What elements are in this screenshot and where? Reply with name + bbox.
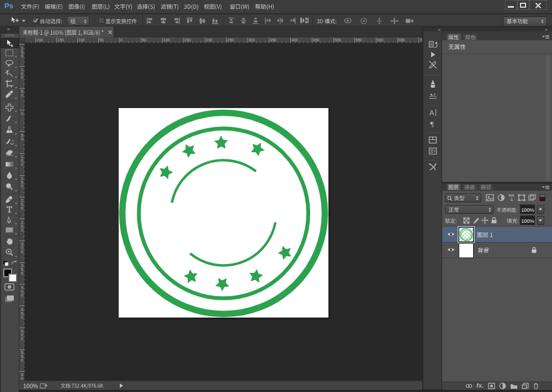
svg-text:A: A (429, 109, 434, 117)
svg-text:¶: ¶ (431, 120, 434, 128)
